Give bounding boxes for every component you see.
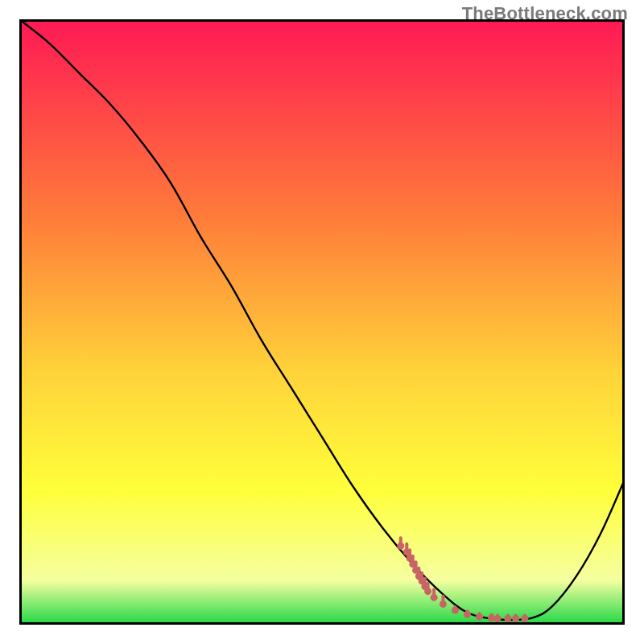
marker-dot [494, 615, 502, 622]
marker-dot [512, 615, 519, 622]
marker-dot [431, 594, 438, 601]
marker-dot [521, 615, 528, 622]
marker-dot [397, 543, 404, 550]
marker-dot [476, 613, 483, 621]
chart-stage: TheBottleneck.com [0, 0, 644, 644]
marker-dot [464, 611, 471, 618]
marker-dot [504, 615, 511, 622]
chart-background [22, 22, 622, 622]
marker-dot [424, 588, 431, 595]
marker-dot [452, 606, 459, 613]
bottleneck-chart [19, 19, 625, 625]
marker-dot [440, 601, 447, 608]
